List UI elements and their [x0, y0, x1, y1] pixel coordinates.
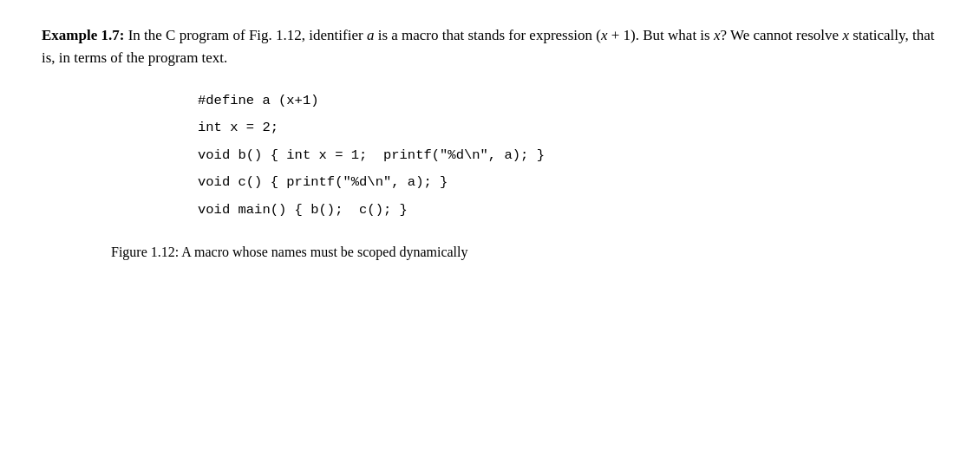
- code-line-5: void main() { b(); c(); }: [198, 204, 938, 218]
- var-x-expr: x: [601, 27, 608, 43]
- figure-caption: Figure 1.12: A macro whose names must be…: [111, 245, 938, 260]
- code-line-4: void c() { printf("%d\n", a); }: [198, 176, 938, 190]
- var-x-q: x: [714, 27, 721, 43]
- code-line-2: int x = 2;: [198, 121, 938, 135]
- main-content: Example 1.7: In the C program of Fig. 1.…: [42, 24, 938, 260]
- example-label: Example 1.7:: [42, 27, 124, 43]
- code-block: #define a (x+1) int x = 2; void b() { in…: [198, 95, 938, 218]
- example-paragraph: Example 1.7: In the C program of Fig. 1.…: [42, 24, 938, 70]
- code-line-1: #define a (x+1): [198, 95, 938, 108]
- var-x-r: x: [842, 27, 849, 43]
- code-line-3: void b() { int x = 1; printf("%d\n", a);…: [198, 149, 938, 163]
- text-part1: In the C program of Fig. 1.12, identifie…: [124, 27, 367, 43]
